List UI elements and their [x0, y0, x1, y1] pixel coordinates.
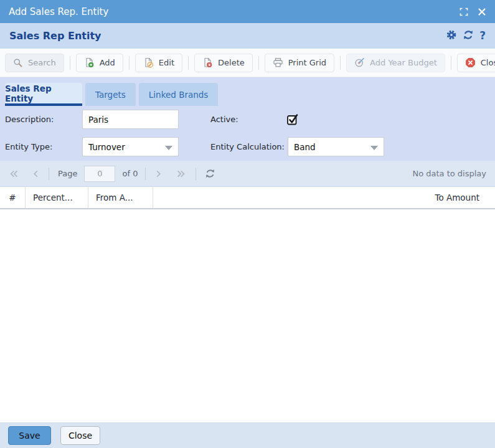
save-button[interactable]: Save — [8, 426, 51, 445]
footer-close-button[interactable]: Close — [60, 426, 100, 445]
titlebar: Add Sales Rep. Entity — [0, 0, 495, 23]
close-stop-icon — [465, 57, 476, 68]
paging-toolbar: Page of 0 No data to display — [0, 161, 495, 187]
delete-button-label: Delete — [218, 58, 245, 67]
entity-type-label: Entity Type: — [5, 137, 52, 156]
entity-calculation-value: Band — [294, 142, 316, 152]
prev-page-icon[interactable] — [32, 169, 39, 179]
add-document-icon — [84, 57, 95, 68]
pager-status-text: No data to display — [412, 169, 486, 178]
next-page-icon[interactable] — [155, 169, 163, 179]
first-page-icon[interactable] — [9, 169, 19, 179]
toolbar-close-button[interactable]: Close — [457, 54, 495, 72]
panel-header: Sales Rep Entity ? — [0, 23, 495, 49]
form-panel: Sales Rep Entity Targets Linked Brands D… — [0, 77, 495, 161]
description-label: Description: — [5, 110, 54, 129]
entity-calculation-select[interactable]: Band — [288, 137, 384, 156]
description-input[interactable] — [82, 110, 179, 129]
column-header-to-amount[interactable]: To Amount — [153, 187, 495, 208]
active-checkbox[interactable] — [286, 113, 299, 128]
pager-separator — [196, 168, 196, 180]
close-icon[interactable] — [478, 7, 486, 16]
page-label: Page — [58, 169, 77, 178]
grid-body — [0, 211, 495, 422]
gear-icon[interactable] — [446, 29, 457, 43]
chevron-down-icon — [370, 142, 378, 152]
page-input[interactable] — [84, 166, 115, 182]
pager-refresh-icon[interactable] — [205, 168, 215, 179]
print-grid-button-label: Print Grid — [288, 58, 326, 67]
add-year-budget-button-label: Add Year Budget — [370, 58, 437, 67]
page-count-label: of 0 — [122, 169, 138, 178]
tab-sales-rep-entity[interactable]: Sales Rep Entity — [5, 83, 82, 106]
active-label: Active: — [210, 110, 238, 129]
print-grid-button[interactable]: Print Grid — [265, 54, 334, 72]
pager-separator — [145, 168, 146, 180]
column-header-row-number[interactable]: # — [0, 187, 26, 208]
add-button[interactable]: Add — [76, 54, 123, 72]
tab-bar: Sales Rep Entity Targets Linked Brands — [5, 83, 218, 106]
edit-button-label: Edit — [159, 58, 174, 67]
tab-targets[interactable]: Targets — [85, 83, 136, 106]
chevron-down-icon — [165, 142, 172, 152]
dialog-add-sales-rep-entity: Add Sales Rep. Entity Sales Rep Entity — [0, 0, 495, 448]
toolbar: Search Add — [0, 49, 495, 77]
footer-bar: Save Close — [0, 422, 495, 448]
search-button[interactable]: Search — [5, 54, 64, 72]
toolbar-separator — [129, 56, 130, 70]
page-title: Sales Rep Entity — [9, 30, 101, 42]
entity-type-select[interactable]: Turnover — [82, 137, 179, 156]
toolbar-separator — [340, 56, 341, 70]
target-icon — [354, 57, 365, 68]
entity-type-value: Turnover — [88, 142, 125, 152]
toolbar-close-button-label: Close — [481, 58, 495, 67]
pager-separator — [49, 168, 49, 180]
printer-icon — [273, 57, 283, 68]
last-page-icon[interactable] — [176, 169, 186, 179]
search-button-label: Search — [28, 58, 56, 67]
column-header-percent[interactable]: Percent... — [26, 187, 88, 208]
help-icon[interactable]: ? — [479, 31, 486, 41]
grid-header: # Percent... From A... To Amount — [0, 187, 495, 209]
toolbar-separator — [70, 56, 70, 70]
edit-button[interactable]: Edit — [135, 54, 182, 72]
delete-button[interactable]: Delete — [194, 54, 253, 72]
maximize-icon[interactable] — [459, 7, 469, 17]
search-icon — [13, 58, 23, 68]
column-header-from-amount[interactable]: From A... — [88, 187, 153, 208]
add-year-budget-button[interactable]: Add Year Budget — [346, 54, 445, 72]
toolbar-separator — [451, 56, 451, 70]
entity-calculation-label: Entity Calculation: — [210, 137, 285, 156]
toolbar-separator — [188, 56, 189, 70]
delete-document-icon — [202, 57, 213, 68]
refresh-icon[interactable] — [463, 29, 474, 43]
window-title: Add Sales Rep. Entity — [9, 6, 108, 17]
add-button-label: Add — [100, 58, 115, 67]
tab-linked-brands[interactable]: Linked Brands — [139, 83, 219, 106]
toolbar-separator — [258, 56, 259, 70]
edit-document-icon — [143, 57, 154, 68]
